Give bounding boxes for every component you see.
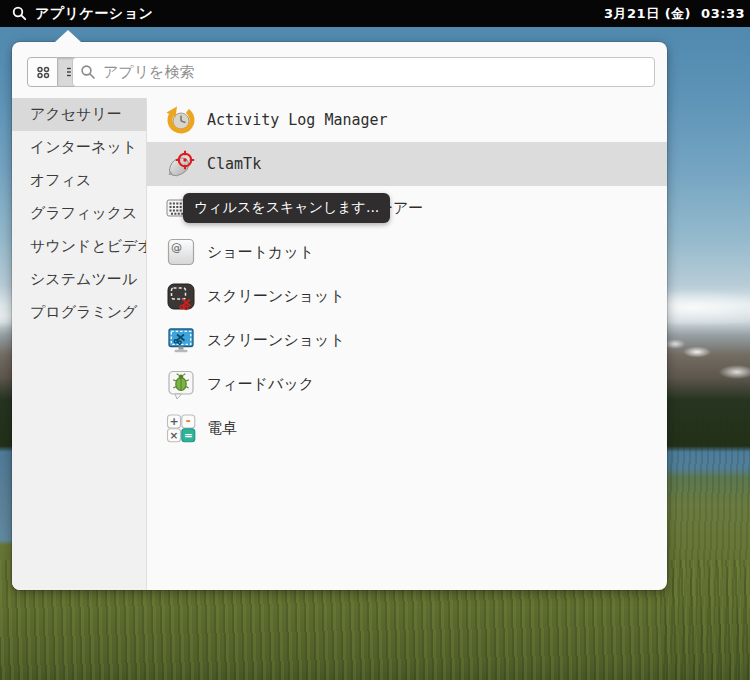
activity-log-manager-icon [165, 104, 197, 136]
app-label: 電卓 [207, 419, 237, 438]
app-row-screenshot-screen[interactable]: スクリーンショット [147, 318, 667, 362]
calculator-icon: + - × = [165, 412, 197, 444]
app-row-shortcuts[interactable]: @ ショートカット [147, 230, 667, 274]
clamtk-target-icon [165, 148, 197, 180]
search-field-container [72, 57, 655, 87]
application-menu-panel: アクセサリー インターネット オフィス グラフィックス サウンドとビデオ システ… [12, 42, 667, 590]
app-row-feedback[interactable]: フィードバック [147, 362, 667, 406]
svg-text:@: @ [171, 241, 182, 254]
feedback-bug-icon [165, 368, 197, 400]
grid-view-button[interactable] [27, 57, 58, 87]
app-label: Activity Log Manager [207, 111, 388, 129]
sidebar-item-internet[interactable]: インターネット [12, 131, 146, 164]
menu-pointer-arrow [55, 30, 81, 42]
sidebar-item-office[interactable]: オフィス [12, 164, 146, 197]
app-row-activity-log-manager[interactable]: Activity Log Manager [147, 98, 667, 142]
screenshot-monitor-icon [165, 324, 197, 356]
app-label: スクリーンショット [207, 287, 345, 306]
svg-text:+: + [169, 415, 178, 428]
grid-view-icon [35, 64, 51, 80]
clock-menu[interactable]: 3月21日 (金) 03:33 [604, 5, 746, 23]
sidebar-item-accessories[interactable]: アクセサリー [12, 98, 146, 131]
category-sidebar: アクセサリー インターネット オフィス グラフィックス サウンドとビデオ システ… [12, 98, 147, 590]
applications-menu-label: アプリケーション [35, 5, 153, 23]
app-row-calculator[interactable]: + - × = 電卓 [147, 406, 667, 450]
app-label: フィードバック [207, 375, 314, 394]
app-row-clamtk[interactable]: ClamTk [147, 142, 667, 186]
app-label: ClamTk [207, 155, 261, 173]
search-icon [12, 6, 27, 21]
svg-text:×: × [170, 429, 179, 441]
sidebar-item-programming[interactable]: プログラミング [12, 296, 146, 329]
sidebar-item-sound-video[interactable]: サウンドとビデオ [12, 230, 146, 263]
sidebar-item-graphics[interactable]: グラフィックス [12, 197, 146, 230]
app-label: スクリーンショット [207, 331, 345, 350]
app-row-screenshot-area[interactable]: スクリーンショット [147, 274, 667, 318]
top-bar: アプリケーション 3月21日 (金) 03:33 [0, 0, 750, 27]
at-key-icon: @ [165, 236, 197, 268]
app-label: ショートカット [207, 243, 314, 262]
screenshot-selection-icon [165, 280, 197, 312]
clamtk-tooltip: ウィルスをスキャンします... [183, 193, 390, 223]
desktop: アプリケーション 3月21日 (金) 03:33 [0, 0, 750, 680]
app-list: Activity Log Manager [147, 98, 667, 590]
sidebar-item-system-tools[interactable]: システムツール [12, 263, 146, 296]
applications-menu-button[interactable]: アプリケーション [8, 0, 157, 27]
app-search-input[interactable] [72, 57, 655, 87]
svg-text:-: - [186, 414, 191, 428]
svg-text:=: = [184, 429, 193, 441]
